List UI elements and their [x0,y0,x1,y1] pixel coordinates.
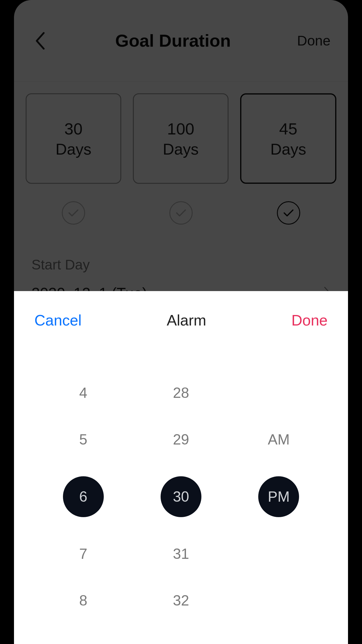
hour-option[interactable]: 5 [63,430,104,449]
ampm-option[interactable]: AM [258,430,299,449]
minute-option[interactable]: 32 [161,591,201,610]
picker-title: Alarm [167,312,206,329]
hour-option[interactable]: 8 [63,591,104,610]
hour-option-selected[interactable]: 6 [63,476,104,517]
minute-wheel[interactable]: 28 29 30 31 32 [132,349,230,644]
ampm-option-selected[interactable]: PM [258,476,299,517]
hour-option[interactable]: 4 [63,383,104,403]
ampm-wheel[interactable]: AM PM [230,349,328,644]
minute-option-selected[interactable]: 30 [161,476,201,517]
picker-header: Cancel Alarm Done [14,291,348,349]
picker-cancel-button[interactable]: Cancel [34,312,82,329]
minute-option[interactable]: 28 [161,383,201,403]
minute-option[interactable]: 31 [161,544,201,564]
minute-option[interactable]: 29 [161,430,201,449]
hour-option[interactable]: 7 [63,544,104,564]
picker-wheels: 4 5 6 7 8 28 29 30 31 32 AM PM [14,349,348,644]
alarm-picker-sheet: Cancel Alarm Done 4 5 6 7 8 28 29 30 31 … [14,291,348,644]
hour-wheel[interactable]: 4 5 6 7 8 [34,349,132,644]
picker-done-button[interactable]: Done [291,312,328,329]
